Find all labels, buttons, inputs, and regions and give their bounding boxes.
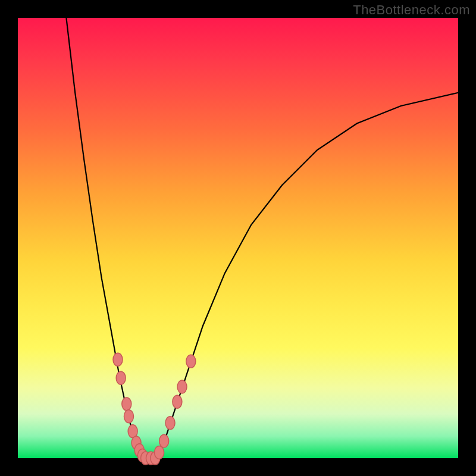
curve-svg bbox=[18, 18, 458, 458]
data-marker bbox=[165, 416, 175, 430]
plot-area bbox=[18, 18, 458, 458]
data-marker bbox=[159, 434, 169, 447]
bottleneck-curve bbox=[66, 18, 458, 458]
data-markers bbox=[113, 353, 196, 465]
data-marker bbox=[116, 371, 126, 384]
attribution-text: TheBottleneck.com bbox=[353, 2, 470, 18]
data-marker bbox=[173, 395, 182, 408]
data-marker bbox=[124, 410, 133, 423]
data-marker bbox=[186, 355, 196, 368]
data-marker bbox=[155, 446, 164, 459]
data-marker bbox=[177, 380, 187, 393]
chart-root: TheBottleneck.com bbox=[0, 0, 476, 476]
data-marker bbox=[122, 397, 131, 411]
data-marker bbox=[113, 353, 123, 366]
